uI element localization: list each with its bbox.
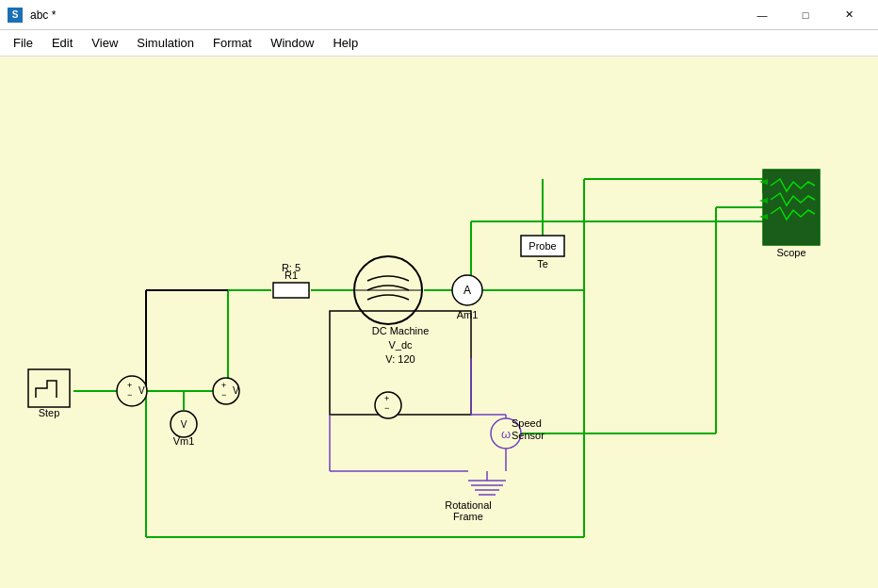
svg-text:+: + xyxy=(384,394,389,403)
svg-text:Step: Step xyxy=(39,407,60,418)
svg-text:−: − xyxy=(384,403,389,413)
svg-rect-26 xyxy=(273,283,309,298)
svg-rect-58 xyxy=(763,170,820,245)
svg-rect-57 xyxy=(28,369,70,407)
svg-text:−: − xyxy=(127,390,132,400)
menu-item-format[interactable]: Format xyxy=(203,32,261,54)
svg-text:Speed: Speed xyxy=(512,417,542,429)
menu-item-view[interactable]: View xyxy=(82,32,127,54)
svg-text:Sensor: Sensor xyxy=(512,430,545,441)
svg-text:+: + xyxy=(127,381,132,390)
svg-text:DC Machine: DC Machine xyxy=(372,325,430,336)
app-icon: S xyxy=(8,8,23,23)
svg-text:Frame: Frame xyxy=(453,511,483,522)
window-controls: — □ ✕ xyxy=(740,0,870,30)
close-button[interactable]: ✕ xyxy=(827,0,870,30)
svg-text:V: V xyxy=(181,419,187,430)
svg-text:Scope: Scope xyxy=(776,247,805,258)
menu-item-window[interactable]: Window xyxy=(261,32,323,54)
menubar: FileEditViewSimulationFormatWindowHelp xyxy=(0,30,878,57)
circuit-diagram: A Probe + − V V + − V + − ω xyxy=(0,57,878,588)
svg-text:Probe: Probe xyxy=(528,240,556,252)
svg-text:R: 5: R: 5 xyxy=(282,262,301,273)
svg-text:V: V xyxy=(138,385,145,396)
svg-text:V_dc: V_dc xyxy=(388,339,413,351)
menu-item-help[interactable]: Help xyxy=(323,32,367,54)
svg-text:+: + xyxy=(221,381,226,390)
svg-text:Am1: Am1 xyxy=(457,309,479,320)
restore-button[interactable]: □ xyxy=(784,0,827,30)
canvas-area[interactable]: A Probe + − V V + − V + − ω xyxy=(0,57,878,588)
svg-text:Vm1: Vm1 xyxy=(173,435,195,447)
svg-text:ω: ω xyxy=(501,427,511,441)
menu-item-file[interactable]: File xyxy=(4,32,42,54)
svg-text:−: − xyxy=(221,390,226,400)
menu-item-edit[interactable]: Edit xyxy=(42,32,82,54)
titlebar: S abc * — □ ✕ xyxy=(0,0,878,30)
menu-item-simulation[interactable]: Simulation xyxy=(127,32,203,54)
svg-text:Rotational: Rotational xyxy=(445,499,492,511)
svg-text:A: A xyxy=(463,284,471,297)
window-title: abc * xyxy=(30,8,740,22)
minimize-button[interactable]: — xyxy=(740,0,784,30)
svg-text:Te: Te xyxy=(537,258,548,270)
svg-text:V: V xyxy=(233,385,239,396)
svg-text:V: 120: V: 120 xyxy=(385,353,415,365)
